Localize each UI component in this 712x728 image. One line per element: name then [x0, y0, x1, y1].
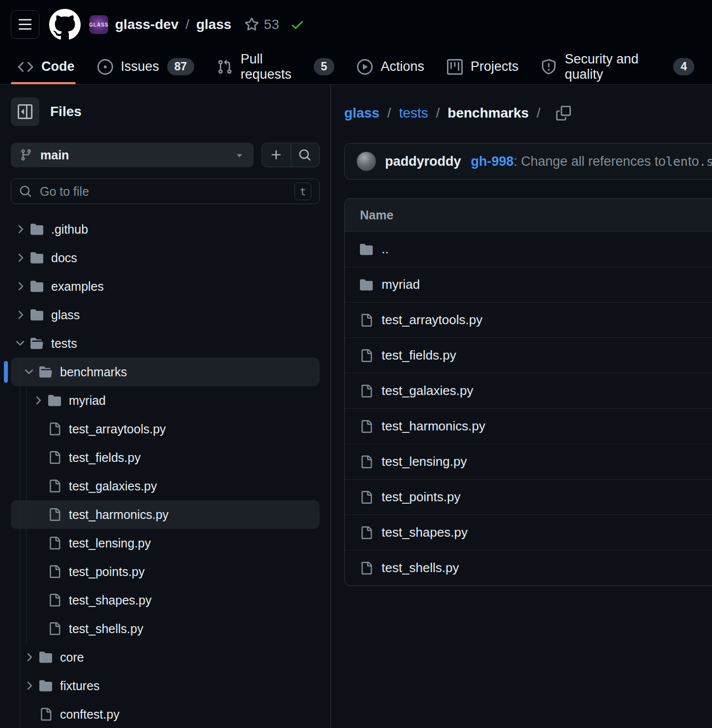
- go-to-file-input[interactable]: [39, 184, 288, 199]
- tab-projects[interactable]: Projects: [447, 49, 519, 84]
- file-name-link[interactable]: test_galaxies.py: [382, 383, 473, 398]
- star-count[interactable]: 53: [244, 17, 279, 32]
- chevron-down-icon[interactable]: [23, 365, 35, 378]
- tree-item-benchmarks[interactable]: benchmarks: [11, 358, 320, 386]
- tree-item-docs[interactable]: docs: [11, 243, 320, 272]
- table-row-test-arraytools-py[interactable]: test_arraytools.py: [345, 302, 712, 337]
- counter-badge: 5: [314, 58, 335, 76]
- chevron-right-icon[interactable]: [31, 394, 44, 407]
- table-row-myriad[interactable]: myriad: [345, 267, 712, 302]
- path-separator: /: [185, 17, 189, 32]
- tab-code[interactable]: Code: [18, 49, 75, 84]
- copy-path-icon[interactable]: [556, 106, 571, 121]
- counter-badge: 87: [167, 58, 195, 76]
- tree-item-github[interactable]: .github: [11, 215, 320, 243]
- table-row-test-fields-py[interactable]: test_fields.py: [345, 337, 712, 373]
- tree-item-test-lensing-py[interactable]: test_lensing.py: [11, 529, 320, 557]
- chevron-right-icon[interactable]: [14, 308, 27, 321]
- tree-item-label: .github: [51, 222, 88, 237]
- tree-item-label: conftest.py: [60, 707, 119, 722]
- shield-icon: [541, 59, 557, 75]
- tree-item-test-shells-py[interactable]: test_shells.py: [11, 614, 320, 643]
- paddyroddy-avatar[interactable]: [356, 152, 376, 171]
- tree-actions: [262, 143, 320, 167]
- file-name-link[interactable]: test_harmonics.py: [382, 419, 485, 434]
- file-name-link[interactable]: ..: [382, 242, 388, 257]
- chevron-right-icon[interactable]: [23, 651, 35, 664]
- tree-item-label: test_points.py: [69, 565, 145, 579]
- repo-nav-tabs: CodeIssues87Pull requests5ActionsProject…: [0, 49, 712, 85]
- file-name-link[interactable]: test_points.py: [382, 489, 460, 505]
- table-row-test-galaxies-py[interactable]: test_galaxies.py: [345, 373, 712, 408]
- tree-item-core[interactable]: core: [11, 643, 320, 671]
- github-logo[interactable]: [49, 9, 81, 40]
- tree-item-glass[interactable]: glass: [11, 301, 320, 329]
- org-link[interactable]: glass-dev: [115, 17, 178, 32]
- table-row-item[interactable]: ..: [345, 231, 712, 267]
- commit-author-link[interactable]: paddyroddy: [385, 154, 461, 169]
- git-branch-icon: [20, 149, 32, 161]
- file-name-link[interactable]: test_arraytools.py: [382, 312, 482, 328]
- commit-ref-link[interactable]: gh-998: [471, 154, 514, 169]
- file-icon: [48, 451, 61, 464]
- file-name-link[interactable]: test_fields.py: [382, 348, 456, 363]
- branch-selector[interactable]: main: [11, 143, 254, 167]
- chevron-right-icon[interactable]: [23, 679, 35, 692]
- tree-item-test-fields-py[interactable]: test_fields.py: [11, 443, 320, 472]
- tree-item-tests[interactable]: tests: [11, 329, 320, 358]
- tree-item-test-shapes-py[interactable]: test_shapes.py: [11, 586, 320, 614]
- tree-item-test-galaxies-py[interactable]: test_galaxies.py: [11, 472, 320, 500]
- table-row-test-shells-py[interactable]: test_shells.py: [345, 550, 712, 585]
- chevron-right-icon[interactable]: [14, 251, 27, 264]
- breadcrumb-repo-link[interactable]: glass: [344, 105, 380, 121]
- git-pull-request-icon: [217, 59, 233, 75]
- tree-item-examples[interactable]: examples: [11, 272, 320, 301]
- tree-item-fixtures[interactable]: fixtures: [11, 671, 320, 700]
- breadcrumb-tests-link[interactable]: tests: [399, 105, 428, 121]
- tab-security-and-quality[interactable]: Security and quality4: [541, 49, 694, 84]
- main-panel: glass / tests / benchmarks / paddyroddy …: [331, 85, 712, 728]
- tab-issues[interactable]: Issues87: [97, 49, 195, 84]
- chevron-right-icon[interactable]: [14, 280, 27, 293]
- chevron-right-icon[interactable]: [14, 223, 27, 236]
- file-icon: [39, 708, 52, 721]
- repo-link[interactable]: glass: [196, 17, 232, 32]
- file-icon: [360, 314, 373, 327]
- tab-pull-requests[interactable]: Pull requests5: [217, 49, 334, 84]
- tab-actions[interactable]: Actions: [357, 49, 424, 84]
- add-file-button[interactable]: [262, 143, 291, 167]
- file-icon: [48, 508, 61, 521]
- table-row-test-shapes-py[interactable]: test_shapes.py: [345, 515, 712, 550]
- commit-status-check-icon[interactable]: [290, 17, 305, 32]
- breadcrumb-current-dir: benchmarks: [447, 105, 529, 121]
- tree-item-label: glass: [51, 308, 80, 322]
- collapse-file-tree-button[interactable]: [11, 97, 39, 126]
- tab-label: Security and quality: [564, 52, 665, 82]
- repo-title: glass-dev / glass: [115, 17, 232, 32]
- tree-item-conftest-py[interactable]: conftest.py: [11, 700, 320, 728]
- folder-icon: [360, 278, 373, 291]
- table-row-test-lensing-py[interactable]: test_lensing.py: [345, 444, 712, 479]
- hamburger-menu-button[interactable]: [11, 10, 39, 39]
- file-name-link[interactable]: test_shells.py: [382, 560, 459, 576]
- chevron-down-icon[interactable]: [14, 337, 27, 350]
- breadcrumb-separator: /: [387, 105, 391, 121]
- tree-item-test-harmonics-py[interactable]: test_harmonics.py: [11, 500, 320, 529]
- tree-item-label: myriad: [69, 394, 106, 408]
- tab-label: Projects: [471, 59, 519, 74]
- file-name-link[interactable]: test_lensing.py: [382, 454, 467, 469]
- tree-item-myriad[interactable]: myriad: [11, 386, 320, 415]
- file-name-link[interactable]: test_shapes.py: [382, 525, 468, 540]
- keyboard-shortcut-hint: t: [295, 182, 311, 200]
- tree-item-test-points-py[interactable]: test_points.py: [11, 557, 320, 586]
- search-icon: [298, 149, 311, 161]
- commit-message: to: [688, 154, 699, 169]
- tree-item-test-arraytools-py[interactable]: test_arraytools.py: [11, 415, 320, 443]
- file-name-link[interactable]: myriad: [382, 277, 420, 292]
- table-row-test-points-py[interactable]: test_points.py: [345, 479, 712, 515]
- org-avatar[interactable]: GLASS: [89, 15, 108, 34]
- table-row-test-harmonics-py[interactable]: test_harmonics.py: [345, 408, 712, 444]
- search-this-repo-button[interactable]: [291, 143, 320, 167]
- projects-icon: [447, 59, 463, 75]
- tree-item-label: docs: [51, 251, 77, 265]
